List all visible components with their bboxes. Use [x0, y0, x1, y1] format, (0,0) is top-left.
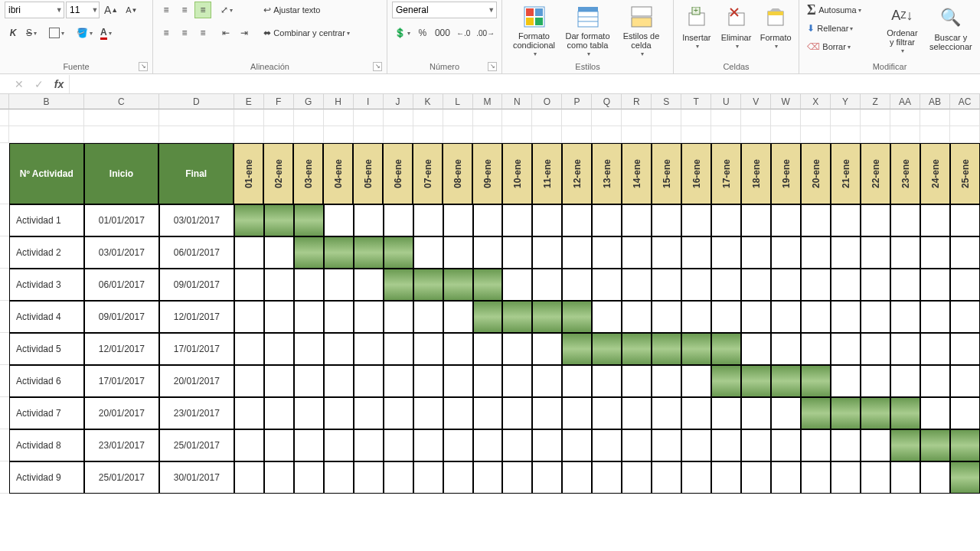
- col-header-N[interactable]: N: [502, 94, 532, 109]
- col-header-K[interactable]: K: [413, 94, 443, 109]
- gantt-bar-segment[interactable]: [532, 301, 562, 333]
- col-header-Z[interactable]: Z: [861, 94, 890, 109]
- indent-increase-button[interactable]: ⇥: [236, 24, 253, 41]
- activity-start[interactable]: 25/01/2017: [84, 461, 159, 494]
- align-dialog-launcher[interactable]: ↘: [373, 62, 382, 71]
- gantt-bar-segment[interactable]: [502, 301, 532, 333]
- activity-end[interactable]: 09/01/2017: [159, 269, 234, 301]
- activity-end[interactable]: 17/01/2017: [159, 333, 234, 365]
- col-header-G[interactable]: G: [294, 94, 324, 109]
- percent-button[interactable]: %: [414, 24, 431, 41]
- gantt-bar-segment[interactable]: [771, 365, 801, 397]
- indent-decrease-button[interactable]: ⇤: [217, 24, 234, 41]
- gantt-bar-segment[interactable]: [801, 365, 831, 397]
- col-header-V[interactable]: V: [741, 94, 771, 109]
- col-header-AC[interactable]: AC: [950, 94, 980, 109]
- decimal-decrease-button[interactable]: .00→: [474, 24, 497, 41]
- col-header-Q[interactable]: Q: [592, 94, 622, 109]
- gantt-bar-segment[interactable]: [890, 397, 920, 429]
- col-header-B[interactable]: B: [9, 94, 84, 109]
- align-left-button[interactable]: ≡: [158, 24, 175, 41]
- col-header-E[interactable]: E: [234, 94, 264, 109]
- fill-color-button[interactable]: 🪣▾: [74, 24, 96, 41]
- activity-name[interactable]: Actividad 4: [9, 301, 84, 333]
- activity-name[interactable]: Actividad 3: [9, 269, 84, 301]
- activity-start[interactable]: 20/01/2017: [84, 397, 159, 429]
- clear-button[interactable]: ⌫ Borrar▾: [804, 38, 878, 55]
- gantt-bar-segment[interactable]: [950, 429, 980, 461]
- currency-button[interactable]: 💲▾: [392, 24, 413, 41]
- col-header-O[interactable]: O: [532, 94, 562, 109]
- col-header-T[interactable]: T: [681, 94, 711, 109]
- col-header-J[interactable]: J: [384, 94, 413, 109]
- conditional-format-button[interactable]: Formato condicional▾: [511, 2, 557, 58]
- gantt-bar-segment[interactable]: [294, 204, 324, 236]
- activity-name[interactable]: Actividad 1: [9, 204, 84, 236]
- gantt-bar-segment[interactable]: [890, 429, 920, 461]
- autosum-button[interactable]: Σ Autosuma▾: [804, 2, 878, 18]
- gantt-bar-segment[interactable]: [413, 269, 443, 301]
- font-size-combo[interactable]: ▼: [66, 2, 100, 18]
- col-header-C[interactable]: C: [84, 94, 159, 109]
- activity-name[interactable]: Actividad 8: [9, 429, 84, 461]
- font-name-combo[interactable]: ▼: [5, 2, 64, 18]
- col-header-R[interactable]: R: [622, 94, 652, 109]
- gantt-bar-segment[interactable]: [354, 236, 384, 269]
- bold-button[interactable]: K: [5, 24, 21, 41]
- worksheet[interactable]: BCDEFGHIJKLMNOPQRSTUVWXYZAAABAC Nº Activ…: [0, 94, 980, 494]
- activity-name[interactable]: Actividad 2: [9, 236, 84, 269]
- cell-styles-button[interactable]: Estilos de celda▾: [619, 2, 665, 58]
- col-header-L[interactable]: L: [443, 94, 473, 109]
- gantt-bar-segment[interactable]: [741, 365, 771, 397]
- enter-formula-button[interactable]: ✓: [29, 74, 49, 94]
- number-dialog-launcher[interactable]: ↘: [488, 62, 497, 71]
- border-button[interactable]: ▾: [46, 24, 67, 41]
- decimal-increase-button[interactable]: ←.0: [454, 24, 473, 41]
- thousands-button[interactable]: 000: [433, 24, 452, 41]
- font-dialog-launcher[interactable]: ↘: [139, 62, 148, 71]
- activity-end[interactable]: 25/01/2017: [159, 429, 234, 461]
- fill-button[interactable]: ⬇ Rellenar▾: [804, 20, 878, 37]
- activity-start[interactable]: 06/01/2017: [84, 269, 159, 301]
- activity-start[interactable]: 09/01/2017: [84, 301, 159, 333]
- gantt-bar-segment[interactable]: [622, 333, 652, 365]
- col-header-P[interactable]: P: [562, 94, 592, 109]
- gantt-bar-segment[interactable]: [920, 429, 950, 461]
- gantt-bar-segment[interactable]: [562, 301, 592, 333]
- align-right-button[interactable]: ≡: [194, 24, 211, 41]
- gantt-bar-segment[interactable]: [592, 333, 622, 365]
- align-bottom-button[interactable]: ≡: [194, 2, 211, 18]
- gantt-bar-segment[interactable]: [384, 269, 413, 301]
- activity-name[interactable]: Actividad 9: [9, 461, 84, 494]
- col-header-I[interactable]: I: [354, 94, 384, 109]
- activity-end[interactable]: 03/01/2017: [159, 204, 234, 236]
- align-middle-button[interactable]: ≡: [176, 2, 193, 18]
- gantt-bar-segment[interactable]: [264, 204, 294, 236]
- align-top-button[interactable]: ≡: [158, 2, 175, 18]
- col-header-D[interactable]: D: [159, 94, 234, 109]
- gantt-bar-segment[interactable]: [711, 333, 741, 365]
- format-table-button[interactable]: Dar formato como tabla▾: [560, 2, 616, 58]
- gantt-bar-segment[interactable]: [711, 365, 741, 397]
- col-header-H[interactable]: H: [324, 94, 354, 109]
- find-select-button[interactable]: 🔍Buscar y seleccionar: [926, 2, 975, 58]
- format-button[interactable]: Formato▾: [757, 2, 794, 58]
- activity-end[interactable]: 06/01/2017: [159, 236, 234, 269]
- align-center-button[interactable]: ≡: [176, 24, 193, 41]
- gantt-bar-segment[interactable]: [294, 236, 324, 269]
- delete-button[interactable]: Eliminar▾: [718, 2, 755, 58]
- gantt-bar-segment[interactable]: [324, 236, 354, 269]
- wrap-text-button[interactable]: ↩ Ajustar texto: [260, 2, 375, 18]
- col-header-U[interactable]: U: [711, 94, 741, 109]
- activity-start[interactable]: 12/01/2017: [84, 333, 159, 365]
- orientation-button[interactable]: ⤢▾: [217, 2, 236, 18]
- gantt-bar-segment[interactable]: [473, 269, 503, 301]
- gantt-bar-segment[interactable]: [234, 204, 264, 236]
- gantt-bar-segment[interactable]: [681, 333, 711, 365]
- col-header-F[interactable]: F: [264, 94, 294, 109]
- activity-start[interactable]: 17/01/2017: [84, 365, 159, 397]
- activity-start[interactable]: 03/01/2017: [84, 236, 159, 269]
- gantt-bar-segment[interactable]: [831, 397, 861, 429]
- number-format-combo[interactable]: ▼: [392, 2, 497, 18]
- gantt-bar-segment[interactable]: [384, 236, 413, 269]
